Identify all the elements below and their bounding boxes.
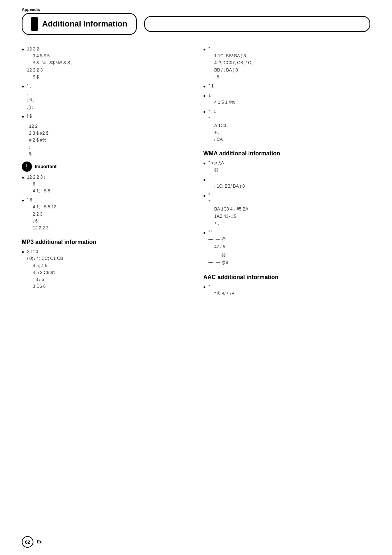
- mp3-bullet-1: • $ 1" 3 / 0; / / ; CC; C1 CB 4 5; 4 5; …: [22, 248, 189, 290]
- left-bullet-2: • " , , ; 6 , , ) ;: [22, 83, 189, 111]
- right-b4-l4: + , ;: [208, 130, 221, 135]
- imp-bullet-2: • " 6 4 1; ; B 5 12 2 2 3 " ; 6 12 2 2 3: [22, 197, 189, 232]
- mp3-b1-l6: 3 C6 6: [27, 284, 45, 289]
- left-column: • 12 2 2 3 4 $ $ 5 $ &. "# . &$ %$ & $ ;…: [22, 46, 189, 299]
- right-column: • " 1 1C; BB/ BA ) 8 , 4' ?; CC07; CB; 1…: [203, 46, 370, 299]
- main-content: • 12 2 2 3 4 $ $ 5 $ &. "# . &$ %$ & $ ;…: [22, 46, 370, 299]
- left-block-1: 12 2 2 3 $ #2 $ # 2 $ #% ; ; $: [29, 123, 189, 158]
- right-bullet-4-content: " , 1 " A 1C0 ; + , ; / CA: [208, 108, 370, 143]
- right-b1-l1: ": [208, 46, 210, 52]
- wma-b4-l4: — @': [216, 252, 226, 258]
- left-bullet-1: • 12 2 2 3 4 $ $ 5 $ &. "# . &$ %$ & $ ;…: [22, 46, 189, 81]
- wma-bullet-2: • ' ; 1C; BB/ BA ) 8: [203, 176, 370, 190]
- mp3-bullet-1-content: $ 1" 3 / 0; / / ; CC; C1 CB 4 5; 4 5; 4 …: [27, 248, 189, 290]
- wma-bullet-4-content: " ' — — @ 47 / 5 — — @': [208, 229, 370, 267]
- right-bullet-1-content: " 1 1C; BB/ BA ) 8 , 4' ?; CC07; CB; 1C;…: [208, 46, 370, 81]
- right-b1-l3: 4' ?; CC07; CB; 1C;: [208, 60, 252, 65]
- mp3-b1-l1: $ 1" 3: [27, 249, 38, 254]
- imp-b2-l3: 2 2 3 ": [27, 212, 45, 217]
- title-box: Additional Information: [22, 13, 137, 35]
- page-title: Additional Information: [42, 19, 127, 29]
- right-b4-l1: " , 1: [208, 109, 216, 114]
- wma-b4-dash-line3: 47 / 5: [208, 244, 370, 250]
- aac-b1-l1: ": [208, 284, 210, 289]
- left-b1-l5: $ $: [27, 74, 39, 79]
- right-bullet-icon-3: •: [203, 93, 205, 99]
- imp-bullet-2-content: " 6 4 1; ; B 5 12 2 2 3 " ; 6 12 2 2 3: [27, 197, 189, 232]
- mp3-bullet-icon-1: •: [22, 249, 24, 256]
- important-icon: !: [22, 162, 32, 172]
- wma-bullet-2-content: ' ; 1C; BB/ BA ) 8: [208, 176, 370, 190]
- wma-b4-l3: 47 / 5: [208, 244, 225, 250]
- wma-b4-dash-3: — — @8: [208, 259, 370, 266]
- aac-b1-l2: " ® B/ / 7B: [208, 291, 234, 296]
- left-bullet-3: • ! $: [22, 113, 189, 120]
- lb1-l1: 12 2: [29, 124, 37, 129]
- page: Appendix Additional Information • 12 2 2…: [0, 0, 392, 555]
- wma-b2-l1: ': [208, 177, 209, 182]
- right-b4-l2: ": [208, 116, 210, 121]
- bullet-icon-3: •: [22, 114, 24, 120]
- wma-b3-l3: BA 1C0 4 - #5 BA: [208, 207, 248, 212]
- wma-bullet-3: • " , " BA 1C0 4 - #5 BA 1AB 43- #5 + , …: [203, 192, 370, 227]
- lb1-l5: $: [29, 151, 32, 156]
- imp-b2-l4: ; 6: [27, 219, 37, 224]
- imp-b1-l2: 6: [27, 181, 35, 187]
- aac-bullet-1: • " " ® B/ / 7B: [203, 283, 370, 297]
- right-bullet-icon-1: •: [203, 46, 205, 53]
- left-b2-l4: , ) ;: [27, 105, 33, 110]
- mp3-b1-l5: " 3 / 6: [27, 277, 44, 282]
- wma-bullet-1-content: " >;>;/;A @: [208, 160, 370, 174]
- lb1-l4: ;: [29, 144, 30, 150]
- right-bullet-3-content: 1 4 1 5 1 #%: [208, 92, 370, 106]
- wma-bullet-icon-1: •: [203, 160, 205, 167]
- wma-bullet-icon-2: •: [203, 177, 205, 183]
- left-bullet-1-content: 12 2 2 3 4 $ $ 5 $ &. "# . &$ %$ & $ ; 1…: [27, 46, 189, 81]
- wma-b1-l1: " >;>;/;A: [208, 160, 224, 166]
- dash-icon-2: —: [208, 252, 213, 258]
- right-bullet-1: • " 1 1C; BB/ BA ) 8 , 4' ?; CC07; CB; 1…: [203, 46, 370, 81]
- lb1-l3: # 2 $ #% ;: [29, 138, 49, 143]
- right-bullet-icon-4: •: [203, 109, 205, 115]
- imp-bullet-1-content: 12 2 2 3 ; 6 4 1; ; B 5: [27, 174, 189, 195]
- wma-b2-l2: ; 1C; BB/ BA ) 8: [208, 184, 245, 189]
- wma-heading: WMA additional information: [203, 150, 370, 157]
- dash-icon-1: —: [208, 236, 213, 243]
- right-b3-l2: 4 1 5 1 #%: [208, 100, 235, 105]
- imp-bullet-1: • 12 2 2 3 ; 6 4 1; ; B 5: [22, 174, 189, 195]
- right-bullet-2-content: " 1: [208, 83, 370, 90]
- wma-b3-l5: + , ;: [208, 221, 221, 226]
- right-b3-l1: 1: [208, 93, 211, 98]
- wma-b4-dash-1: — — @: [208, 236, 370, 243]
- empty-header-box: [144, 16, 370, 32]
- footer: 62 En: [22, 536, 42, 548]
- left-b3-l1: ! $: [27, 114, 32, 119]
- left-b2-l2: ,: [27, 90, 28, 95]
- imp-b2-l1: " 6: [27, 197, 32, 203]
- imp-bullet-icon-1: •: [22, 175, 24, 181]
- left-bullet-2-content: " , , ; 6 , , ) ;: [27, 83, 189, 111]
- page-number: 62: [22, 536, 33, 548]
- wma-bullet-icon-3: •: [203, 193, 205, 199]
- important-box: ! Important: [22, 162, 189, 172]
- imp-b1-l1: 12 2 2 3 ;: [27, 175, 45, 180]
- dash-icon-3: —: [208, 259, 213, 266]
- left-b1-l3: $ &. "# . &$ %$ & $ ;: [27, 60, 72, 65]
- right-b1-l4: BB / ; BA ) 8: [208, 68, 238, 73]
- title-black-bar: [31, 17, 38, 31]
- right-b2-l1: " 1: [208, 83, 213, 89]
- mp3-heading: MP3 additional information: [22, 239, 189, 245]
- wma-b3-l4: 1AB 43- #5: [208, 214, 236, 219]
- imp-b2-l5: 12 2 2 3: [27, 225, 48, 230]
- header-row: Additional Information: [22, 13, 370, 35]
- right-b4-l3: A 1C0 ;: [208, 123, 228, 128]
- right-b1-l5: , 5: [208, 74, 219, 79]
- wma-b4-l1: " ': [208, 230, 212, 235]
- wma-bullet-icon-4: •: [203, 230, 205, 236]
- wma-b4-dash-2: — — @': [208, 252, 370, 258]
- important-icon-symbol: !: [26, 163, 28, 170]
- left-b1-l1: 12 2 2: [27, 46, 39, 52]
- wma-b3-l1: " ,: [208, 193, 212, 198]
- mp3-b1-l4: 4 5 3 C6 $1: [27, 270, 55, 275]
- wma-bullet-1: • " >;>;/;A @: [203, 160, 370, 174]
